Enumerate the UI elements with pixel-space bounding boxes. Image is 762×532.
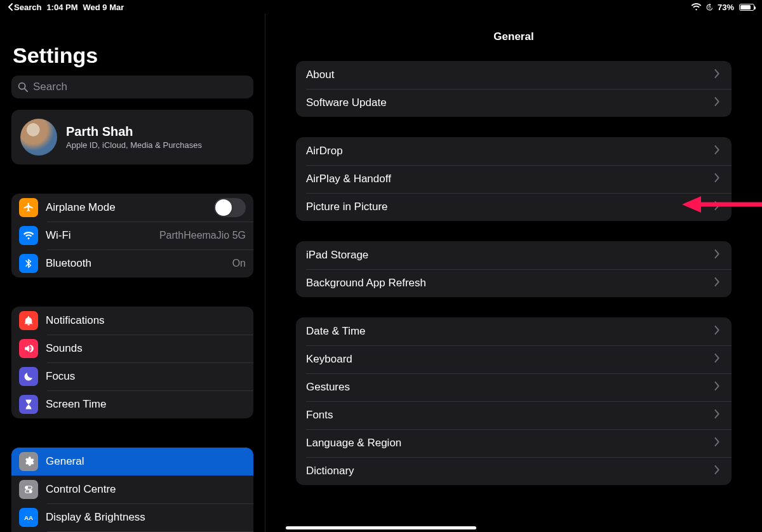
chevron-right-icon: [712, 145, 721, 157]
sidebar-item-bluetooth[interactable]: BluetoothOn: [11, 249, 253, 277]
sidebar-item-label: Airplane Mode: [46, 201, 116, 214]
chevron-right-icon: [712, 97, 721, 106]
chevron-right-icon: [712, 201, 721, 210]
search-icon: [18, 82, 28, 92]
detail-row-about[interactable]: About: [296, 61, 732, 89]
detail-pane: General AboutSoftware UpdateAirDropAirPl…: [265, 14, 762, 532]
home-indicator[interactable]: [286, 526, 476, 529]
detail-row-label: Fonts: [306, 409, 333, 422]
sidebar-item-label: Control Centre: [46, 483, 116, 496]
hourglass-icon: [23, 399, 34, 410]
detail-row-label: Background App Refresh: [306, 277, 426, 289]
chevron-right-icon: [712, 277, 721, 286]
chevron-right-icon: [712, 201, 721, 213]
chevron-right-icon: [712, 353, 721, 366]
detail-title: General: [265, 14, 762, 43]
chevron-right-icon: [712, 277, 721, 289]
detail-row-picture-in-picture[interactable]: Picture in Picture: [296, 193, 732, 221]
bell-icon: [23, 315, 34, 326]
status-time: 1:04 PM: [46, 3, 77, 12]
detail-row-label: Date & Time: [306, 325, 366, 338]
detail-row-gestures[interactable]: Gestures: [296, 373, 732, 401]
chevron-right-icon: [712, 381, 721, 394]
airplane-icon: [23, 202, 34, 213]
speaker-icon: [23, 343, 34, 354]
detail-row-language-region[interactable]: Language & Region: [296, 429, 732, 457]
back-to-search[interactable]: Search: [8, 3, 41, 12]
back-label: Search: [14, 3, 41, 12]
detail-row-label: About: [306, 69, 334, 81]
moon-icon: [23, 371, 34, 382]
battery-percentage: 73%: [718, 3, 734, 12]
sidebar-item-label: Screen Time: [46, 398, 106, 411]
wifi-icon: [691, 3, 702, 11]
row-icon: [19, 480, 38, 499]
sidebar-item-wi-fi[interactable]: Wi-FiParthHeemaJio 5G: [11, 222, 253, 249]
chevron-left-icon: [8, 3, 13, 11]
sidebar-item-sounds[interactable]: Sounds: [11, 335, 253, 362]
detail-row-label: Gestures: [306, 381, 350, 394]
row-icon: [19, 452, 38, 471]
detail-row-label: Picture in Picture: [306, 201, 388, 213]
search-field[interactable]: [11, 76, 253, 98]
row-icon: [19, 339, 38, 358]
sidebar-item-label: Focus: [46, 370, 75, 383]
sidebar-item-airplane-mode[interactable]: Airplane Mode: [11, 194, 253, 222]
chevron-right-icon: [712, 409, 721, 422]
detail-row-fonts[interactable]: Fonts: [296, 401, 732, 429]
page-title: Settings: [13, 43, 252, 68]
chevron-right-icon: [712, 409, 721, 418]
detail-row-background-app-refresh[interactable]: Background App Refresh: [296, 269, 732, 297]
sidebar-item-screen-time[interactable]: Screen Time: [11, 390, 253, 418]
svg-line-2: [25, 89, 27, 91]
chevron-right-icon: [712, 249, 721, 262]
search-input[interactable]: [33, 81, 247, 93]
orientation-lock-icon: [705, 3, 714, 11]
detail-row-label: iPad Storage: [306, 249, 368, 262]
toggle[interactable]: [214, 198, 246, 217]
detail-row-label: Dictionary: [306, 465, 354, 477]
row-icon: [19, 198, 38, 217]
chevron-right-icon: [712, 437, 721, 449]
detail-row-airdrop[interactable]: AirDrop: [296, 137, 732, 165]
chevron-right-icon: [712, 145, 721, 154]
profile-name: Parth Shah: [66, 124, 202, 139]
battery-icon: [738, 4, 754, 11]
chevron-right-icon: [712, 69, 721, 81]
chevron-right-icon: [712, 173, 721, 182]
sidebar-item-label: Wi-Fi: [46, 229, 71, 242]
sidebar-item-label: Notifications: [46, 314, 105, 327]
sidebar-item-general[interactable]: General: [11, 448, 253, 475]
sidebar-item-notifications[interactable]: Notifications: [11, 307, 253, 335]
wifi-icon: [23, 230, 34, 241]
profile-subtitle: Apple ID, iCloud, Media & Purchases: [66, 140, 202, 150]
detail-row-dictionary[interactable]: Dictionary: [296, 457, 732, 485]
row-icon: [19, 311, 38, 330]
detail-row-keyboard[interactable]: Keyboard: [296, 345, 732, 373]
sidebar-item-label: Bluetooth: [46, 257, 91, 270]
detail-row-software-update[interactable]: Software Update: [296, 89, 732, 117]
avatar: [20, 119, 57, 156]
svg-rect-0: [709, 6, 711, 8]
chevron-right-icon: [712, 465, 721, 477]
row-value: ParthHeemaJio 5G: [159, 230, 246, 241]
chevron-right-icon: [712, 325, 721, 338]
chevron-right-icon: [712, 96, 721, 109]
statusbar: Search 1:04 PM Wed 9 Mar 73%: [0, 0, 762, 14]
detail-row-label: Software Update: [306, 96, 387, 109]
row-icon: AA: [19, 508, 38, 527]
aa-icon: AA: [23, 512, 34, 523]
sidebar-item-focus[interactable]: Focus: [11, 362, 253, 390]
detail-row-date-time[interactable]: Date & Time: [296, 317, 732, 345]
detail-row-ipad-storage[interactable]: iPad Storage: [296, 241, 732, 269]
sidebar-item-display-brightness[interactable]: AADisplay & Brightness: [11, 503, 253, 531]
chevron-right-icon: [712, 437, 721, 446]
row-icon: [19, 226, 38, 245]
detail-row-airplay-handoff[interactable]: AirPlay & Handoff: [296, 165, 732, 193]
sidebar-item-label: Sounds: [46, 342, 83, 355]
apple-id-row[interactable]: Parth Shah Apple ID, iCloud, Media & Pur…: [11, 110, 253, 164]
sidebar-item-control-centre[interactable]: Control Centre: [11, 475, 253, 503]
chevron-right-icon: [712, 69, 721, 78]
chevron-right-icon: [712, 354, 721, 362]
chevron-right-icon: [712, 382, 721, 390]
